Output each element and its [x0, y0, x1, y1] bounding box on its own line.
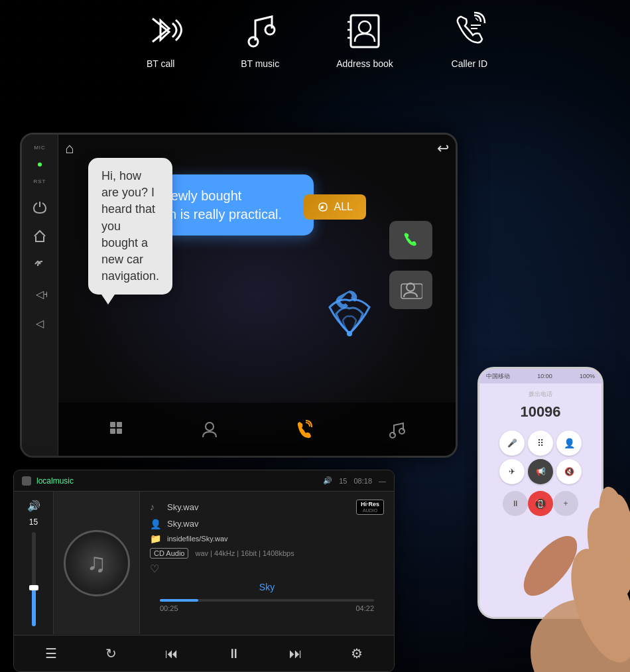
playlist-icon[interactable]: ☰: [45, 645, 57, 661]
music-player: localmusic 🔊 15 08:18 — 🔊 15 ♫: [13, 470, 395, 672]
track-path-row: 📁 insidefiles/Sky.wav: [150, 533, 384, 544]
svg-point-10: [265, 25, 275, 34]
bt-music-item[interactable]: BT music: [237, 7, 283, 69]
volume-thumb[interactable]: [29, 585, 38, 590]
player-topbar: localmusic 🔊 15 08:18 —: [14, 470, 394, 492]
album-circle: ♫: [64, 530, 130, 596]
player-volume-icon: 🔊: [323, 476, 332, 485]
artist-icon: 👤: [150, 519, 160, 529]
track-info: ♪ Sky.wav Hi·Res AUDIO 👤 Sky.wav 📁 insid…: [140, 492, 394, 634]
bt-call-label: BT call: [147, 58, 175, 69]
car-unit-frame: MIC RST: [20, 133, 458, 458]
music-note-icon: ♫: [87, 548, 107, 578]
phone-time-status: 10:00: [537, 373, 552, 379]
svg-text:37.20: 37.20: [464, 153, 483, 161]
power-icon[interactable]: [32, 200, 47, 217]
progress-fill: [160, 599, 198, 602]
svg-rect-27: [117, 429, 122, 434]
svg-line-16: [475, 18, 478, 21]
back-arrow-icon[interactable]: ◁: [32, 316, 47, 334]
address-book-item[interactable]: Address book: [336, 7, 393, 69]
rst-label: RST: [34, 178, 46, 184]
volume-slider[interactable]: [32, 532, 36, 626]
call-button-contact[interactable]: [389, 271, 432, 309]
phone-number: 10096: [520, 403, 560, 421]
svg-rect-25: [117, 422, 122, 427]
svg-text:◁+: ◁+: [36, 289, 47, 300]
player-window-button[interactable]: [22, 476, 31, 486]
player-controls: ☰ ↻ ⏮ ⏸ ⏭ ⚙: [14, 635, 394, 671]
caller-id-label: Caller ID: [452, 58, 487, 69]
player-minimize-icon[interactable]: —: [379, 477, 386, 485]
volume-fill: [32, 588, 36, 626]
hand-svg: [464, 420, 630, 672]
car-unit: MIC RST: [20, 113, 464, 464]
side-home-icon[interactable]: [32, 229, 47, 246]
next-icon[interactable]: ⏭: [289, 646, 302, 661]
player-body: 🔊 15 ♫ ♪ Sky.wav Hi·Res AUDIO: [14, 492, 394, 634]
mic-label: MIC: [34, 145, 46, 151]
all-button[interactable]: ALL: [304, 194, 366, 220]
wifi-signal-arc: [316, 287, 376, 334]
note-icon: ♪: [150, 502, 160, 512]
all-btn-label: ALL: [334, 201, 353, 213]
hires-badge: Hi·Res AUDIO: [356, 500, 384, 515]
side-panel: MIC RST: [22, 135, 58, 456]
caller-id-item[interactable]: Caller ID: [446, 7, 493, 69]
phone-carrier: 中国移动: [486, 372, 510, 381]
time-total: 04:22: [355, 604, 374, 612]
volume-number: 15: [29, 517, 38, 527]
nav-contacts-icon[interactable]: [200, 420, 219, 438]
svg-rect-11: [351, 15, 379, 47]
address-book-label: Address book: [336, 58, 393, 69]
svg-rect-26: [110, 429, 115, 434]
player-topbar-right: 🔊 15 08:18 —: [323, 476, 386, 485]
track-artist-row: 👤 Sky.wav: [150, 519, 384, 529]
volume-icon: 🔊: [27, 500, 40, 512]
main-screen: ⌂ ↩ Hi, how are you? I heard that you bo…: [58, 135, 456, 456]
volume-up-icon[interactable]: ◁+: [32, 287, 47, 304]
track-name-row: ♪ Sky.wav Hi·Res AUDIO: [150, 500, 384, 515]
screen-back-icon[interactable]: ↩: [437, 140, 449, 157]
player-title: localmusic: [36, 476, 74, 486]
song-title: Sky: [150, 582, 384, 592]
nav-music-icon[interactable]: [387, 420, 406, 438]
equalizer-icon[interactable]: ⚙: [351, 645, 363, 661]
nav-phone-icon[interactable]: [292, 419, 314, 440]
progress-bar[interactable]: [160, 599, 374, 602]
format-detail: wav | 44kHz | 16bit | 1408kbps: [195, 549, 294, 557]
track-path: insidefiles/Sky.wav: [167, 535, 228, 543]
nav-apps-icon[interactable]: [108, 420, 127, 438]
svg-point-21: [407, 283, 414, 291]
side-back-icon[interactable]: [32, 258, 47, 275]
svg-point-29: [390, 433, 395, 438]
cd-badge: CD Audio: [150, 548, 188, 559]
phone-statusbar: 中国移动 10:00 100%: [479, 369, 601, 383]
phone-call-label: 拨出电话: [529, 390, 552, 399]
bt-music-label: BT music: [241, 58, 279, 69]
bottom-nav: [58, 403, 456, 456]
repeat-icon[interactable]: ↻: [105, 645, 117, 661]
player-volume-num: 15: [339, 477, 347, 485]
track-artist: Sky.wav: [167, 519, 198, 529]
time-current: 00:25: [160, 604, 178, 612]
call-button-green[interactable]: [389, 221, 432, 259]
music-note-icon: [237, 7, 283, 53]
screen-home-icon[interactable]: ⌂: [65, 140, 74, 157]
player-volume-section: 🔊 15: [14, 492, 54, 634]
address-book-icon: [342, 7, 388, 53]
album-art: ♫: [54, 492, 140, 634]
svg-rect-24: [110, 422, 115, 427]
speech-bubble-white: Hi, how are you? I heard that you bought…: [88, 158, 172, 295]
bt-call-item[interactable]: BT call: [137, 7, 184, 69]
top-icons-row: BT call BT music: [0, 0, 630, 76]
svg-text:12.69: 12.69: [524, 146, 542, 154]
svg-point-9: [249, 37, 258, 46]
time-row: 00:25 04:22: [160, 604, 374, 612]
prev-icon[interactable]: ⏮: [165, 646, 178, 661]
heart-icon[interactable]: ♡: [150, 563, 159, 575]
play-pause-icon[interactable]: ⏸: [227, 646, 241, 661]
svg-point-28: [206, 423, 214, 431]
hand-area: 中国移动 10:00 100% 拨出电话 10096 🎤 ⠿ 👤 ✈ 📢 🔇 ⏸: [464, 347, 630, 672]
svg-text:◁: ◁: [36, 318, 44, 329]
